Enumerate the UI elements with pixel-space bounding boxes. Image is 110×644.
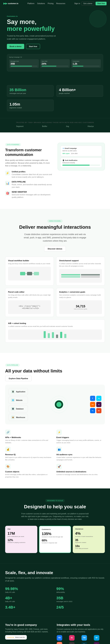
hero-buttons: Book a demo Start free [7,44,103,49]
deliver-card-2: Parcel code editor Our drag and drop cod… [5,288,54,317]
social-col-proof: You're in good company Trusted by many F… [5,624,53,644]
dest-icon-2: Am [90,402,95,407]
navigation: ▶▶ customer.io Platform Solutions Pricin… [0,0,110,7]
int-icon-2: TW [81,635,87,640]
data-feature-5: 🚀 Unlimited sources & destinations Conne… [56,464,105,478]
sign-in-button[interactable]: Sign in [74,2,80,4]
hero-book-demo-button[interactable]: Book a demo [7,44,24,49]
nav-pricing[interactable]: Pricing [48,2,53,4]
nav-resources[interactable]: Resources [56,2,65,4]
feature-icon-2: 🎯 [5,191,10,196]
feature-item-0: ⚡ Unified profiles Consolidate customer … [5,171,52,178]
nav-platform[interactable]: Platform [27,2,34,4]
int-icon-7: Slk [94,642,99,644]
data-feature-0: 🔗 APIs + Webhooks Use our library of 400… [5,430,54,444]
deliver-card-3: Analytics + conversion goals See convers… [56,288,105,317]
data-feature-1: ⚡ Event triggers Trigger messaging based… [56,430,105,444]
partners-section: Trusted by 7000+ brands including those … [0,118,110,132]
nav-actions: Sign in Get a demo Start free [74,2,106,6]
data-center-orb [55,391,63,418]
case-card-2: FINANCUU 4% increase in bank transaction… [73,526,105,553]
data-source-1: 🌐 Website [9,396,28,404]
card-visual-2: <div class="email"> <h1>Hello!</h1> [8,300,51,314]
hero-eyebrow: Customer.io [7,16,103,17]
deliver-cards: Visual workflow builder Drag and drop cr… [5,257,105,317]
svg-rect-1 [27,272,32,275]
int-icon-3: SF [94,635,99,640]
dest-icon-4: Py [90,408,95,413]
deliver-body: Create distinctive customer experiences … [22,233,88,243]
partner-jog: Jog [66,126,69,127]
data-explore-button[interactable]: Explore Data Pipeline [5,376,32,381]
data-sources: 📱 Application 🌐 Website 🗄️ Database 📦 Wa… [9,388,28,421]
feature-icon-1: 📊 [5,181,10,186]
data-feature-icon-0: 🔗 [5,430,11,435]
stat-card-0: 35 Billion messages sent per year [7,85,54,97]
stat-card-2: 1.05m segments created [7,100,54,111]
data-source-3: 📦 Warehouse [9,414,28,421]
scale-title: Designed to help you scale [5,504,105,510]
rel-metric-3: 35B messages sent in 2023 [56,596,105,602]
partner-segment: Segment [16,126,23,127]
transform-content: DATA-POWERED Transform customer communic… [5,143,52,198]
card-visual-3: 34,715 total conversion goals [59,300,102,314]
transform-features: ⚡ Unified profiles Consolidate customer … [5,171,52,198]
stat-card-1: 4 Billion+ people reached [56,85,103,97]
rel-metric-2: 4B+ Daily API calls [5,596,54,602]
scale-section: DESIGNED TO SCALE Designed to help you s… [0,488,110,563]
deliver-demos-button[interactable]: Discover demos [44,246,66,252]
deliver-section: OMNI-CHANNEL Deliver meaningful interact… [0,209,110,353]
partner-klaviyo: Klaviyo [88,126,94,127]
rel-metric-5: 24/5 [56,605,105,610]
case-card-0: Klar 17M push notifications per week 12%… [5,526,37,553]
demo-button[interactable]: Get a demo [81,2,94,6]
scale-header: DESIGNED TO SCALE Designed to help you s… [5,499,105,521]
stats-grid: 35 Billion messages sent per year 4 Bill… [7,85,103,111]
data-feature-icon-4: 🎨 [5,464,11,469]
transform-eyebrow: DATA-POWERED [5,143,21,146]
feature-icon-0: ⚡ [5,171,10,176]
data-feature-icon-5: 🚀 [56,464,62,469]
deliver-header: OMNI-CHANNEL Deliver meaningful interact… [5,219,105,252]
social-section: You're in good company Trusted by many F… [0,616,110,644]
hero-decoration [89,10,106,28]
data-destinations: f Sg Am Sl Py Mk [90,396,101,413]
partners-logos: Segment Buffer Jog Klaviyo [7,126,103,127]
data-feature-4: 🎨 Custom objects Enrich message profiles… [5,464,54,478]
hero-start-free-button[interactable]: Start free [26,44,40,49]
data-feature-2: 💰 Revenue IQ We'll report to you within … [5,447,54,461]
dest-icon-3: Sl [96,402,101,407]
case-cards: Klar 17M push notifications per week 12%… [5,526,105,553]
rating-badges: ★★★★★ Users Love Us [5,635,53,641]
card-visual-4 [8,330,102,340]
data-section: DATA PIPELINE All your data without limi… [0,353,110,488]
scale-eyebrow: DESIGNED TO SCALE [45,499,65,502]
svg-rect-2 [34,272,39,275]
social-grid: You're in good company Trusted by many F… [5,624,105,644]
nav-solutions[interactable]: Solutions [37,2,45,4]
case-card-1: Customer.io 135% increase in email click… [39,526,71,553]
int-icon-1: IG [69,635,75,640]
hero-body: Trusted by first-party data, create pers… [7,34,58,40]
deliver-card-1: Omnichannel support A unified customer w… [56,257,105,286]
deliver-card-4: A/B + cohort testing A unified customer … [5,319,105,343]
deliver-title: Deliver meaningful interactions [5,224,105,230]
rel-metric-4: 3.4B+ [5,605,54,610]
rating-badge-0: ★★★★★ Users Love Us [5,635,27,640]
start-free-button[interactable]: Start free [95,2,106,5]
transform-visual: 📧 Email Campaign Sent to 12,450 users 48… [58,143,105,170]
int-icon-6: ZD [81,642,87,644]
int-icon-5: Abd [69,642,75,644]
data-source-0: 📱 Application [9,388,28,395]
rel-metric-0: 99.98% Daily API calls [5,586,54,593]
dest-icon-0: f [90,396,95,401]
data-feature-icon-1: ⚡ [56,430,62,435]
card-visual-0 [8,267,51,280]
transform-layout: DATA-POWERED Transform customer communic… [5,143,105,198]
hero-dashboard-mock: Spring Campaign '23 Messages Sent 35B Op… [7,54,103,72]
reliability-metrics: 99.98% Daily API calls 99% deliverabilit… [5,586,105,610]
data-feature-icon-2: 💰 [5,447,11,452]
nav-logo[interactable]: ▶▶ customer.io [4,2,18,5]
data-features-grid: 🔗 APIs + Webhooks Use our library of 400… [5,430,105,478]
data-diagram: 📱 Application 🌐 Website 🗄️ Database 📦 Wa… [5,384,105,424]
